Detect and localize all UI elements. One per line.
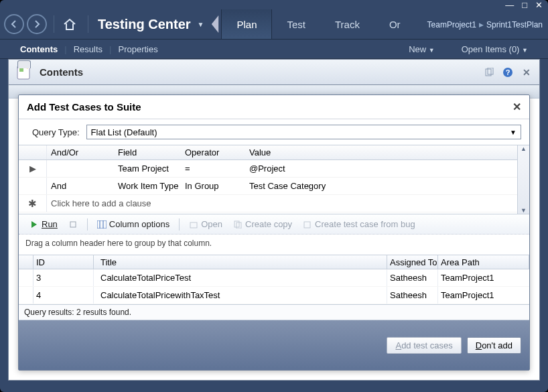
- chevron-down-icon: ▼: [510, 129, 517, 136]
- row-selector-icon[interactable]: ▶: [19, 160, 47, 177]
- grouping-hint[interactable]: Drag a column header here to group by th…: [19, 235, 529, 255]
- app-title[interactable]: Testing Center: [92, 17, 196, 32]
- app-dropdown-icon[interactable]: ▼: [198, 21, 204, 28]
- svg-text:?: ?: [506, 68, 510, 76]
- col-id[interactable]: ID: [33, 255, 94, 269]
- query-type-value: Flat List (Default): [91, 127, 157, 137]
- dialog-close-icon[interactable]: ✕: [512, 101, 521, 113]
- minimize-button[interactable]: —: [505, 2, 514, 9]
- query-toolbar: Run Column options Open Create copy: [19, 214, 529, 235]
- dialog-title: Add Test Cases to Suite: [27, 101, 141, 113]
- add-test-cases-dialog: Add Test Cases to Suite ✕ Query Type: Fl…: [18, 94, 530, 371]
- svg-rect-10: [190, 222, 197, 228]
- main-tabs: Plan Test Track Or: [221, 9, 415, 39]
- home-button[interactable]: [62, 17, 80, 31]
- top-navigation: Testing Center ▼ Plan Test Track Or Team…: [0, 9, 548, 39]
- stop-icon: [68, 220, 78, 229]
- col-value[interactable]: Value: [247, 145, 517, 159]
- subnav-results[interactable]: Results: [67, 44, 109, 54]
- subnav-properties[interactable]: Properties: [111, 44, 164, 54]
- breadcrumb-plan[interactable]: Sprint1TestPlan: [486, 20, 543, 29]
- content-area: Add Test Cases to Suite ✕ Query Type: Fl…: [8, 84, 540, 381]
- subnav-contents[interactable]: Contents: [13, 44, 64, 54]
- copy-icon: [233, 220, 243, 229]
- svg-rect-13: [304, 222, 310, 228]
- result-row[interactable]: 3 CalculateTotalPriceTest Satheesh TeamP…: [19, 269, 529, 287]
- titlebar: — □ ✕: [0, 0, 548, 9]
- results-header-row: ID Title Assigned To Area Path: [19, 255, 529, 269]
- query-status: Query results: 2 results found.: [19, 304, 529, 320]
- forward-button[interactable]: [27, 14, 47, 34]
- tab-plan[interactable]: Plan: [221, 9, 272, 39]
- tab-rider: [17, 60, 31, 68]
- breadcrumb-separator-icon: ▶: [479, 21, 484, 28]
- clause-header-row: And/Or Field Operator Value: [19, 145, 529, 160]
- dont-add-button[interactable]: Don't add: [467, 337, 521, 354]
- clause-row[interactable]: And Work Item Type In Group Test Case Ca…: [19, 178, 529, 195]
- query-type-row: Query Type: Flat List (Default) ▼: [19, 119, 529, 145]
- back-button[interactable]: [4, 14, 24, 34]
- col-andor[interactable]: And/Or: [47, 145, 115, 159]
- tab-track[interactable]: Track: [320, 9, 374, 39]
- col-field[interactable]: Field: [115, 145, 182, 159]
- col-title[interactable]: Title: [94, 255, 387, 269]
- add-clause-row[interactable]: ✱ Click here to add a clause: [19, 195, 529, 212]
- add-clause-placeholder: Click here to add a clause: [47, 195, 529, 212]
- dialog-footer: Add test cases Don't add: [19, 320, 529, 370]
- new-dropdown[interactable]: New ▼: [402, 44, 441, 54]
- tab-organize[interactable]: Or: [374, 9, 415, 39]
- close-window-button[interactable]: ✕: [535, 2, 543, 9]
- dialog-titlebar: Add Test Cases to Suite ✕: [19, 95, 529, 119]
- open-button: Open: [185, 218, 226, 231]
- bug-icon: [303, 220, 312, 229]
- clauses-scrollbar[interactable]: ▲▼: [517, 145, 529, 214]
- result-row[interactable]: 4 CalculateTotalPricewithTaxTest Sathees…: [19, 287, 529, 304]
- columns-icon: [97, 220, 107, 229]
- asterisk-icon: ✱: [19, 195, 47, 212]
- maximize-button[interactable]: □: [522, 2, 527, 9]
- add-test-cases-button: Add test cases: [387, 337, 461, 354]
- sub-navigation: Contents | Results | Properties New ▼ Op…: [0, 39, 548, 59]
- query-clauses-grid: And/Or Field Operator Value ▶ Team Proje…: [19, 145, 529, 214]
- col-area[interactable]: Area Path: [438, 255, 529, 269]
- svg-rect-6: [70, 222, 76, 227]
- breadcrumb-project[interactable]: TeamProject1: [427, 20, 476, 29]
- query-type-label: Query Type:: [32, 127, 80, 137]
- results-grid: ID Title Assigned To Area Path 3 Calcula…: [19, 255, 529, 304]
- panel-title: Contents: [40, 66, 476, 78]
- open-items-dropdown[interactable]: Open Items (0) ▼: [455, 44, 535, 54]
- run-button[interactable]: Run: [25, 218, 62, 231]
- column-options-button[interactable]: Column options: [93, 218, 174, 231]
- col-assigned[interactable]: Assigned To: [387, 255, 438, 269]
- clause-row[interactable]: ▶ Team Project = @Project: [19, 160, 529, 178]
- create-copy-button: Create copy: [229, 218, 296, 231]
- col-operator[interactable]: Operator: [182, 145, 247, 159]
- query-type-select[interactable]: Flat List (Default) ▼: [86, 125, 521, 139]
- panel-close-icon[interactable]: ✕: [521, 66, 533, 78]
- breadcrumb: TeamProject1 ▶ Sprint1TestPlan: [427, 20, 543, 29]
- divider: [88, 15, 88, 33]
- svg-rect-7: [97, 220, 107, 228]
- panel-copy-icon[interactable]: [483, 66, 495, 78]
- create-from-bug-button: Create test case from bug: [299, 218, 419, 231]
- tab-scroll-left[interactable]: [209, 11, 221, 37]
- back-arrow-icon: [10, 20, 18, 28]
- home-icon: [62, 17, 77, 31]
- help-icon[interactable]: ?: [502, 66, 514, 78]
- tab-test[interactable]: Test: [272, 9, 320, 39]
- play-icon: [29, 220, 39, 229]
- app-window: — □ ✕ Testing Center ▼ Plan Test Track O…: [0, 0, 548, 392]
- panel-header: Contents ? ✕: [8, 59, 540, 84]
- forward-arrow-icon: [33, 20, 41, 28]
- open-icon: [189, 220, 198, 229]
- chevron-left-icon: [210, 15, 220, 33]
- divider: [54, 15, 54, 33]
- stop-button[interactable]: [64, 218, 82, 231]
